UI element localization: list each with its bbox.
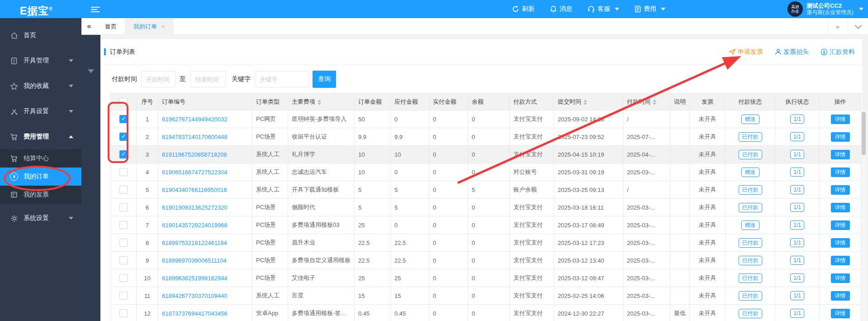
order-no-cell: 61901435729224019968	[158, 216, 252, 234]
exec-status-cell: 1/1	[775, 181, 820, 199]
tabs-menu-icon[interactable]	[848, 18, 868, 35]
detail-button[interactable]: 详情	[831, 273, 850, 283]
tabs-scroll-right-icon[interactable]: »	[827, 18, 848, 35]
select-all-checkbox[interactable]	[119, 98, 128, 106]
exec-status-badge: 1/1	[790, 291, 804, 300]
order-number-link[interactable]: 61899638251998162944	[162, 275, 228, 282]
paid-amount-cell: 0	[429, 181, 468, 199]
order-number-link[interactable]: 61873737694417043456	[162, 310, 228, 317]
sidebar-item-favorites[interactable]: 我的收藏	[0, 73, 81, 99]
order-number-link[interactable]: 61899697039006511104	[162, 257, 227, 264]
sort-icon[interactable]	[318, 100, 321, 105]
paper-plane-icon	[729, 48, 736, 55]
order-no-cell: 61901909313625272320	[158, 199, 252, 216]
balance-cell: 0	[468, 128, 510, 146]
order-number-link[interactable]: 61962767144949420032	[162, 116, 228, 123]
row-checkbox[interactable]	[119, 309, 128, 317]
refresh-button[interactable]: 刷新	[512, 5, 535, 13]
start-time-input[interactable]	[141, 71, 175, 87]
column-header-16: 操作	[820, 94, 861, 110]
sidebar-item-my-invoices[interactable]: 我的发票	[0, 186, 81, 204]
vertical-scrollbar[interactable]	[861, 110, 866, 321]
sidebar-item-system-settings[interactable]: 系统设置	[0, 206, 81, 231]
column-header-10[interactable]: 提交时间	[554, 94, 623, 110]
detail-button[interactable]: 详情	[831, 309, 850, 318]
invoice-title-link[interactable]: 发票抬头	[775, 48, 809, 56]
order-number-link[interactable]: 61906516674727522304	[162, 169, 228, 176]
order-number-link[interactable]: 61901909313625272320	[162, 204, 228, 211]
headset-icon	[588, 5, 595, 13]
order-number-link[interactable]: 61904340766116950016	[162, 187, 227, 193]
sidebar-item-issue-settings[interactable]: 开具设置	[0, 99, 81, 124]
detail-button[interactable]: 详情	[831, 168, 850, 177]
row-checkbox[interactable]	[119, 256, 128, 264]
detail-button[interactable]: 详情	[831, 132, 850, 142]
table-row: ✓361911967520858718208系统人工礼月博学101000支付宝支…	[111, 146, 861, 163]
pay-status-badge: 已付款	[739, 150, 762, 159]
apply-invoice-link[interactable]: 申请发票	[729, 48, 763, 56]
pay-method-cell: 支付宝支付	[510, 305, 554, 321]
search-button[interactable]: 查询	[313, 71, 336, 88]
detail-button[interactable]: 详情	[831, 220, 850, 230]
row-checkbox[interactable]	[119, 292, 128, 300]
tab-home[interactable]: 首页	[97, 18, 125, 35]
select-all-header[interactable]	[111, 94, 137, 110]
sidebar-item-fee-management[interactable]: 费用管理	[0, 124, 81, 149]
row-checkbox[interactable]: ✓	[119, 150, 128, 158]
row-checkbox[interactable]: ✓	[119, 133, 128, 141]
sidebar-item-home[interactable]: 首页	[0, 23, 81, 48]
tab-my-orders[interactable]: 我的订单×	[125, 18, 174, 35]
order-number-link[interactable]: 61911967520858718208	[162, 151, 227, 158]
messages-button[interactable]: 消息	[550, 5, 572, 13]
row-checkbox[interactable]	[119, 168, 128, 176]
user-account-menu[interactable]: 高效 办企 测试公司CC2 康与斯(企业管理员)	[787, 0, 863, 18]
scrollbar-thumb[interactable]	[862, 112, 866, 155]
row-checkbox[interactable]	[119, 186, 128, 194]
pay-method-cell: 支付宝支付	[510, 252, 554, 269]
row-checkbox[interactable]	[119, 239, 128, 247]
exec-status-cell: 1/1	[775, 269, 820, 287]
sidebar-item-my-orders[interactable]: ¥ 我的订单	[0, 168, 81, 186]
gutter-down-triangle-icon[interactable]	[88, 69, 94, 73]
remittance-info-link[interactable]: 汇款资料	[821, 48, 855, 56]
sidebar-collapse-icon[interactable]	[91, 5, 100, 13]
exec-status-badge: 1/1	[790, 309, 804, 318]
sort-icon[interactable]	[653, 100, 656, 105]
pay-time-cell: 2025-04-...	[623, 146, 670, 163]
column-header-11[interactable]: 付款时间	[623, 94, 670, 110]
order-number-link[interactable]: 61947837140170600448	[162, 134, 228, 140]
sidebar-item-settlement-center[interactable]: 结算中心	[0, 149, 81, 168]
detail-button[interactable]: 详情	[831, 150, 850, 159]
detail-button[interactable]: 详情	[831, 185, 850, 195]
fees-menu[interactable]: 费用	[635, 5, 665, 13]
filter-bar: 付款时间 至 关键字 查询	[100, 65, 862, 93]
detail-button[interactable]: 详情	[831, 203, 850, 212]
fee-item-cell: 多费项通用模板-签名...	[288, 305, 355, 321]
order-number-link[interactable]: 61899753218122461184	[162, 240, 227, 246]
order-number-link[interactable]: 61901435729224019968	[162, 222, 228, 229]
seq-cell: 11	[137, 287, 158, 305]
column-header-label: 付款时间	[627, 98, 650, 105]
action-cell: 详情	[820, 305, 861, 321]
order-type-cell: 系统人工	[252, 181, 288, 199]
keyword-input[interactable]	[255, 71, 309, 87]
tabs-scroll-left-icon[interactable]: «	[81, 22, 97, 31]
close-icon[interactable]: ×	[161, 23, 165, 30]
column-header-4[interactable]: 主要费项	[288, 94, 355, 110]
detail-button[interactable]: 详情	[831, 115, 850, 124]
column-header-label: 执行状态	[786, 98, 809, 105]
order-number-link[interactable]: 61894267730370109440	[162, 292, 228, 299]
row-checkbox[interactable]	[119, 221, 128, 229]
row-checkbox[interactable]	[119, 203, 128, 211]
detail-button[interactable]: 详情	[831, 256, 850, 265]
detail-button[interactable]: 详情	[831, 238, 850, 248]
detail-button[interactable]: 详情	[831, 291, 850, 301]
row-checkbox[interactable]	[119, 274, 128, 282]
sort-icon[interactable]	[583, 100, 587, 105]
invoice-status-cell: 未开具	[690, 110, 726, 128]
customer-service-menu[interactable]: 客服	[588, 5, 619, 13]
end-time-input[interactable]	[190, 71, 226, 87]
sidebar-item-issue-management[interactable]: 开具管理	[0, 48, 81, 73]
pay-status-cell: 已付款	[726, 146, 775, 163]
row-checkbox[interactable]: ✓	[119, 115, 128, 123]
